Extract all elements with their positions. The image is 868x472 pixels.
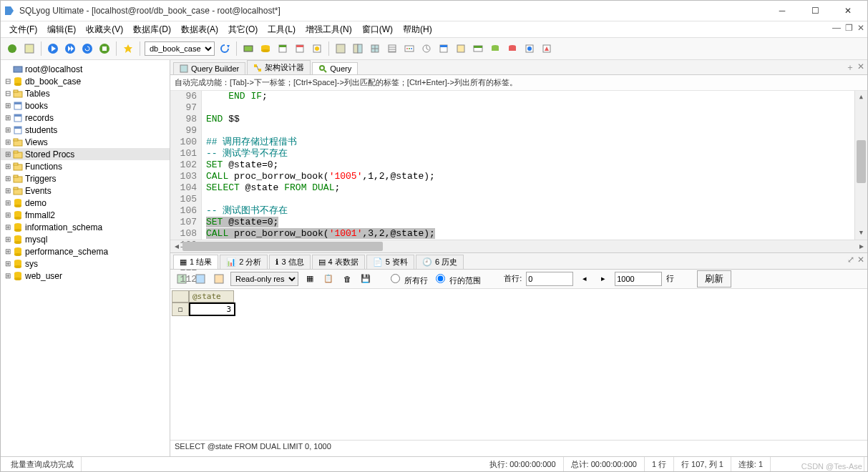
tree-node[interactable]: ⊞information_schema bbox=[1, 221, 170, 233]
editor-hscrollbar[interactable]: ◂ ▸ bbox=[170, 240, 867, 252]
res-tool-save-icon[interactable]: 💾 bbox=[359, 272, 373, 286]
refresh-db-icon[interactable] bbox=[218, 41, 232, 56]
menu-other[interactable]: 其它(O) bbox=[224, 22, 262, 37]
menu-datatable[interactable]: 数据表(A) bbox=[177, 22, 223, 37]
tab-result-1[interactable]: ▦1 结果 bbox=[173, 255, 218, 269]
readonly-select[interactable]: Read-only res bbox=[230, 272, 298, 286]
tool-14-icon[interactable] bbox=[471, 41, 485, 56]
tool-15-icon[interactable] bbox=[488, 41, 502, 56]
tab-info[interactable]: ℹ3 信息 bbox=[269, 255, 310, 269]
tool-4-icon[interactable] bbox=[293, 41, 307, 56]
mdi-restore-icon[interactable]: ❐ bbox=[845, 23, 853, 33]
res-tool-copy-icon[interactable]: 📋 bbox=[321, 272, 336, 286]
result-maximize-icon[interactable]: ⤢ bbox=[847, 255, 854, 265]
tree-twisty-icon[interactable]: ⊞ bbox=[4, 102, 12, 109]
tool-16-icon[interactable] bbox=[505, 41, 520, 56]
scroll-thumb[interactable] bbox=[857, 140, 866, 183]
menu-database[interactable]: 数据库(D) bbox=[129, 22, 175, 37]
tool-11-icon[interactable] bbox=[419, 41, 434, 56]
tree-node[interactable]: ⊞students bbox=[1, 124, 170, 136]
next-page-icon[interactable]: ▸ bbox=[596, 272, 610, 286]
menu-file[interactable]: 文件(F) bbox=[5, 22, 42, 37]
scroll-right-icon[interactable]: ▸ bbox=[855, 240, 867, 252]
tree-node[interactable]: ⊞Stored Procs bbox=[1, 148, 170, 160]
tree-node[interactable]: ⊞Functions bbox=[1, 160, 170, 172]
tree-twisty-icon[interactable]: ⊞ bbox=[4, 162, 12, 170]
tree-twisty-icon[interactable]: ⊟ bbox=[4, 89, 12, 97]
tool-13-icon[interactable] bbox=[454, 41, 468, 56]
tree-twisty-icon[interactable]: ⊞ bbox=[4, 211, 12, 219]
tool-6-icon[interactable] bbox=[333, 41, 348, 56]
tool-1-icon[interactable] bbox=[241, 41, 255, 56]
row-count-input[interactable] bbox=[615, 272, 662, 286]
tool-2-icon[interactable] bbox=[258, 41, 273, 56]
scroll-down-icon[interactable]: ▾ bbox=[855, 227, 867, 240]
scroll-up-icon[interactable]: ▴ bbox=[855, 91, 867, 103]
tree-twisty-icon[interactable]: ⊞ bbox=[4, 247, 12, 255]
tree-node[interactable]: ⊞Triggers bbox=[1, 172, 170, 185]
res-tool-grid-icon[interactable]: ▦ bbox=[303, 272, 317, 286]
tree-twisty-icon[interactable]: ⊞ bbox=[4, 174, 12, 182]
res-tool-3-icon[interactable] bbox=[212, 272, 226, 286]
all-rows-radio[interactable]: 所有行 bbox=[387, 272, 428, 286]
menu-favorites[interactable]: 收藏夹(V) bbox=[82, 22, 127, 37]
tree-node[interactable]: ⊞demo bbox=[1, 197, 170, 209]
tree-node[interactable]: ⊞web_user bbox=[1, 270, 170, 282]
execute-all-icon[interactable] bbox=[63, 41, 77, 56]
tool-18-icon[interactable] bbox=[540, 41, 554, 56]
sql-editor[interactable]: 9697989910010110210310410510610710810911… bbox=[170, 91, 867, 240]
table-row[interactable]: ☐ 3 bbox=[172, 303, 866, 316]
tree-twisty-icon[interactable]: ⊟ bbox=[4, 77, 12, 85]
tree-twisty-icon[interactable]: ⊞ bbox=[4, 199, 12, 207]
res-tool-delete-icon[interactable]: 🗑 bbox=[340, 272, 354, 286]
menu-window[interactable]: 窗口(W) bbox=[358, 22, 397, 37]
refresh-icon[interactable] bbox=[80, 41, 94, 56]
tree-twisty-icon[interactable]: ⊞ bbox=[4, 114, 12, 122]
close-window-button[interactable]: ✕ bbox=[832, 1, 864, 21]
tree-twisty-icon[interactable]: ⊞ bbox=[4, 272, 12, 280]
column-header[interactable]: @state bbox=[189, 290, 234, 303]
row-selector[interactable]: ☐ bbox=[172, 303, 189, 316]
menu-help[interactable]: 帮助(H) bbox=[399, 22, 437, 37]
tab-close-icon[interactable]: ✕ bbox=[857, 62, 864, 74]
menu-edit[interactable]: 编辑(E) bbox=[43, 22, 80, 37]
tree-node[interactable]: ⊞Views bbox=[1, 136, 170, 148]
tree-node[interactable]: ⊟Tables bbox=[1, 87, 170, 99]
minimize-button[interactable]: ─ bbox=[766, 1, 799, 21]
tree-node[interactable]: ⊞Events bbox=[1, 185, 170, 197]
mdi-close-icon[interactable]: ✕ bbox=[857, 23, 864, 33]
tab-analyze[interactable]: 📊2 分析 bbox=[220, 255, 268, 269]
tree-node[interactable]: ⊞fmmall2 bbox=[1, 209, 170, 221]
tab-materials[interactable]: 📄5 资料 bbox=[366, 255, 414, 269]
tab-history[interactable]: 🕘6 历史 bbox=[416, 255, 464, 269]
result-grid[interactable]: @state ☐ 3 bbox=[170, 289, 867, 441]
object-browser[interactable]: root@localhost⊟db_book_case⊟Tables⊞books… bbox=[1, 60, 170, 456]
tree-node[interactable]: ⊞records bbox=[1, 112, 170, 124]
maximize-button[interactable]: ☐ bbox=[799, 1, 832, 21]
tree-node[interactable]: ⊞books bbox=[1, 99, 170, 112]
stop-icon[interactable] bbox=[97, 41, 112, 56]
tool-10-icon[interactable] bbox=[402, 41, 416, 56]
tool-5-icon[interactable] bbox=[310, 41, 324, 56]
tool-8-icon[interactable] bbox=[368, 41, 382, 56]
new-connection-icon[interactable] bbox=[5, 41, 19, 56]
hscroll-thumb[interactable] bbox=[182, 242, 383, 251]
tool-3-icon[interactable] bbox=[275, 41, 290, 56]
tab-query[interactable]: Query bbox=[312, 62, 358, 74]
tool-7-icon[interactable] bbox=[351, 41, 365, 56]
tab-query-builder[interactable]: Query Builder bbox=[173, 62, 245, 74]
tree-node[interactable]: ⊞mysql bbox=[1, 233, 170, 245]
range-rows-radio[interactable]: 行的范围 bbox=[432, 272, 481, 286]
tool-12-icon[interactable] bbox=[437, 41, 451, 56]
tab-tabledata[interactable]: ▤4 表数据 bbox=[312, 255, 365, 269]
tree-node[interactable]: ⊞performance_schema bbox=[1, 245, 170, 257]
database-selector[interactable]: db_book_case bbox=[145, 41, 215, 56]
tool-17-icon[interactable] bbox=[522, 41, 537, 56]
tree-node[interactable]: ⊞sys bbox=[1, 257, 170, 270]
menu-powertools[interactable]: 增强工具(N) bbox=[301, 22, 356, 37]
tree-twisty-icon[interactable]: ⊞ bbox=[4, 150, 12, 158]
tree-twisty-icon[interactable]: ⊞ bbox=[4, 223, 12, 231]
tree-twisty-icon[interactable]: ⊞ bbox=[4, 126, 12, 134]
tree-node[interactable]: ⊟db_book_case bbox=[1, 75, 170, 87]
prev-page-icon[interactable]: ◂ bbox=[577, 272, 592, 286]
